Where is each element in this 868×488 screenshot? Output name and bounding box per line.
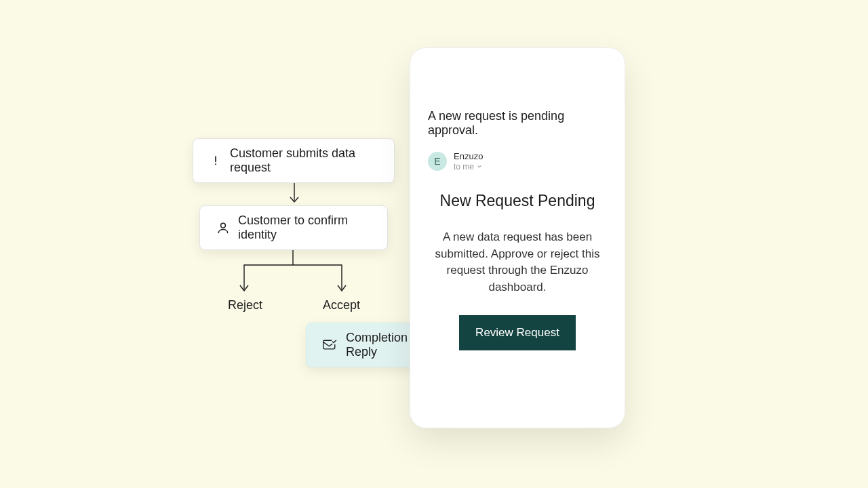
sender-row: E Enzuzo to me [428, 151, 607, 171]
svg-point-3 [221, 223, 226, 228]
mail-check-icon [323, 338, 338, 352]
notification-card: A new request is pending approval. E Enz… [410, 47, 625, 428]
notification-subject: A new request is pending approval. [428, 109, 607, 138]
flow-step-confirm-label: Customer to confirm identity [238, 214, 371, 242]
sender-name: Enzuzo [454, 151, 483, 162]
chevron-down-icon [477, 164, 482, 169]
flow-step-submit-label: Customer submits data request [230, 146, 378, 175]
user-icon [216, 221, 230, 235]
notification-body: A new data request has been submitted. A… [428, 229, 607, 296]
sender-meta: Enzuzo to me [454, 151, 483, 171]
flow-step-confirm: Customer to confirm identity [199, 205, 388, 250]
alert-icon [210, 155, 222, 167]
sender-recipient: to me [454, 162, 483, 171]
notification-title: New Request Pending [428, 192, 607, 210]
arrow-down-1 [288, 183, 300, 206]
flow-step-submit: Customer submits data request [193, 138, 395, 183]
svg-point-1 [215, 163, 216, 165]
branch-connector [237, 250, 349, 298]
avatar: E [428, 152, 447, 171]
review-request-button[interactable]: Review Request [459, 315, 576, 350]
branch-reject-label: Reject [228, 298, 262, 312]
branch-accept-label: Accept [323, 298, 360, 312]
stage: Customer submits data request Customer t… [0, 0, 868, 488]
